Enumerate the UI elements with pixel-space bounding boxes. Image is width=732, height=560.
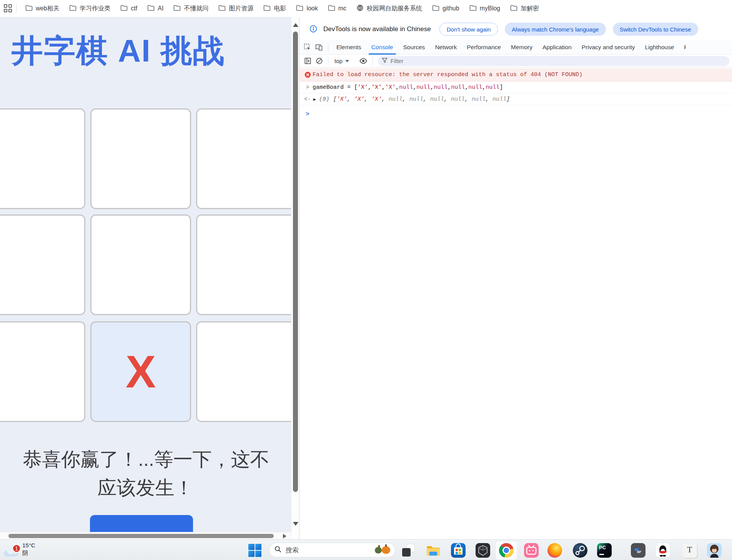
board-cell-7-x[interactable]: X [90, 321, 191, 422]
always-match-language-button[interactable]: Always match Chrome's language [505, 23, 606, 36]
board-cell-8[interactable] [196, 321, 291, 422]
user-avatar-icon[interactable] [707, 543, 722, 558]
error-icon [303, 71, 313, 78]
windows-taskbar: 1 15°C 阴 搜索 PC [0, 539, 732, 560]
tab-sources[interactable]: Sources [398, 40, 430, 55]
board-cell-1[interactable] [90, 108, 191, 209]
tab-console[interactable]: Console [366, 40, 398, 55]
tab-label: Sources [403, 44, 425, 51]
context-label: top [334, 58, 343, 64]
vertical-scrollbar-thumb[interactable] [293, 32, 298, 492]
pumpkin-doodle-icon [382, 546, 390, 554]
token: 'X' [337, 96, 347, 103]
input-chevron: > [303, 84, 313, 91]
echo-code: gameBoard = ['X','X','X',null,null,null,… [313, 84, 503, 91]
pycharm-icon[interactable]: PC [597, 543, 612, 558]
folder-icon [432, 5, 439, 13]
firefox-icon[interactable] [547, 543, 562, 558]
token: 'X' [354, 96, 364, 103]
tab-elements[interactable]: Elements [331, 40, 366, 55]
board-cell-5[interactable] [196, 214, 291, 315]
utility-app-icon[interactable] [631, 543, 645, 558]
dont-show-again-button[interactable]: Don't show again [439, 23, 498, 36]
tab-privacy-security[interactable]: Privacy and security [577, 40, 640, 55]
tab-recorder[interactable]: Recorder [679, 40, 686, 55]
file-explorer-icon[interactable] [426, 543, 441, 558]
execution-context-selector[interactable]: top [331, 58, 352, 64]
folder-icon [25, 5, 33, 13]
bookmark-folder-myblog[interactable]: myBlog [464, 2, 505, 15]
board-cell-3[interactable] [0, 214, 85, 315]
game-launcher-icon[interactable] [476, 543, 490, 558]
board-cell-2[interactable] [196, 108, 291, 209]
bookmark-site-campus-network[interactable]: 校园网自助服务系统 [351, 2, 427, 15]
token: , [368, 84, 371, 91]
apps-icon[interactable] [4, 4, 12, 13]
bookmark-folder-ask[interactable]: 不懂就问 [168, 2, 213, 15]
bookmark-folder-look[interactable]: look [291, 2, 323, 15]
board-cell-4[interactable] [90, 214, 191, 315]
scroll-right-arrow-icon[interactable] [283, 534, 286, 538]
start-button[interactable] [248, 543, 262, 557]
token: 'X' [371, 96, 382, 103]
tab-label: Memory [511, 44, 532, 51]
token: , [382, 84, 385, 91]
typora-icon[interactable]: T [682, 543, 697, 558]
console-prompt-row[interactable]: > [299, 108, 732, 119]
bookmark-folder-mc[interactable]: mc [323, 2, 351, 15]
board-cell-0[interactable] [0, 108, 85, 209]
tab-label: Performance [467, 44, 501, 51]
tab-label: Console [371, 44, 393, 51]
tab-memory[interactable]: Memory [506, 40, 537, 55]
bookmark-label: web相关 [36, 5, 59, 13]
inspect-element-icon[interactable] [302, 42, 313, 52]
bookmark-folder-ai[interactable]: AI [142, 2, 168, 15]
globe-icon [356, 4, 364, 13]
bookmark-folder-github[interactable]: github [427, 2, 464, 15]
qq-icon[interactable] [655, 543, 670, 558]
bookmark-label: myBlog [480, 5, 500, 12]
bookmark-folder-movies[interactable]: 电影 [258, 2, 291, 15]
token: null [492, 96, 506, 103]
bookmark-folder-crypto[interactable]: 加解密 [505, 2, 544, 15]
steam-icon[interactable] [573, 543, 587, 558]
console-input-echo-row: > gameBoard = ['X','X','X',null,null,nul… [299, 81, 732, 93]
filter-input[interactable] [391, 58, 506, 64]
board-cell-6[interactable] [0, 321, 85, 422]
horizontal-scrollbar-thumb[interactable] [8, 534, 274, 538]
device-toolbar-icon[interactable] [313, 42, 325, 52]
tab-application[interactable]: Application [537, 40, 577, 55]
vertical-scrollbar[interactable] [291, 17, 299, 539]
tab-performance[interactable]: Performance [462, 40, 506, 55]
tab-label: Elements [336, 44, 361, 51]
console-filter-box[interactable] [378, 56, 729, 66]
tab-lighthouse[interactable]: Lighthouse [640, 40, 679, 55]
expand-triangle-icon[interactable]: ▶ [313, 97, 316, 102]
console-sidebar-icon[interactable] [302, 56, 313, 66]
tab-network[interactable]: Network [430, 40, 462, 55]
horizontal-scrollbar[interactable] [0, 532, 291, 539]
bookmark-folder-ctf[interactable]: ctf [115, 2, 142, 15]
game-status-text: 应该发生！ [0, 475, 291, 501]
bookmark-folder-homework[interactable]: 学习作业类 [64, 2, 115, 15]
bilibili-icon[interactable] [524, 543, 539, 558]
typora-label: T [687, 545, 692, 555]
scroll-up-arrow-icon[interactable] [293, 23, 298, 27]
pumpkin-doodle-icon [375, 547, 382, 553]
taskbar-search-box[interactable]: 搜索 [269, 543, 395, 557]
scroll-down-arrow-icon[interactable] [293, 522, 298, 526]
token: , [396, 84, 399, 91]
bookmark-folder-images[interactable]: 图片资源 [213, 2, 258, 15]
microsoft-store-icon[interactable] [451, 543, 466, 558]
clear-console-icon[interactable] [313, 56, 325, 66]
token: , [423, 96, 430, 103]
live-expression-eye-icon[interactable] [358, 56, 369, 66]
taskbar-weather-widget[interactable]: 1 15°C 阴 [4, 542, 35, 557]
switch-to-chinese-button[interactable]: Switch DevTools to Chinese [613, 23, 698, 36]
bookmark-folder-web[interactable]: web相关 [20, 2, 64, 15]
token: , [444, 96, 451, 103]
token: 'X' [358, 84, 368, 91]
task-view-button[interactable] [402, 544, 414, 557]
chrome-icon[interactable] [499, 543, 514, 558]
token: gameBoard = [ [313, 84, 358, 91]
